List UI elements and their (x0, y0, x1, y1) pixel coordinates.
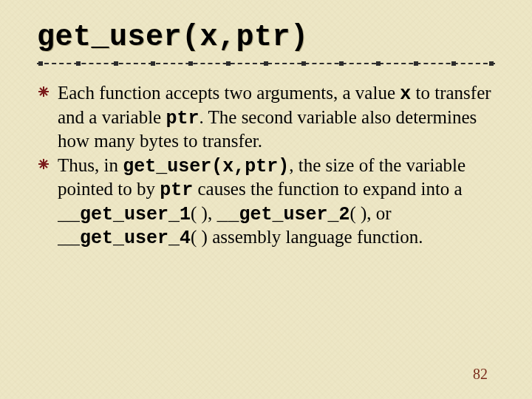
list-item: Each function accepts two arguments, a v… (37, 82, 495, 153)
code-text: __get_user_1 (58, 204, 191, 225)
slide-body: Each function accepts two arguments, a v… (37, 82, 495, 250)
code-text: __get_user_4 (58, 228, 191, 249)
code-text: ptr (166, 108, 199, 129)
asterisk-bullet-icon (38, 86, 49, 97)
code-text: get_user(x,ptr) (123, 156, 289, 177)
list-item: Thus, in get_user(x,ptr), the size of th… (37, 154, 495, 250)
body-text: Thus, in (58, 155, 123, 175)
body-text: ( ), (191, 203, 216, 223)
body-text: causes the function to expand into a (193, 179, 462, 199)
code-text: ptr (160, 180, 193, 201)
code-text: x (400, 83, 411, 105)
asterisk-bullet-icon (38, 159, 49, 169)
slide-title: get_user(x,ptr) (37, 21, 495, 54)
code-text: __get_user_2 (216, 204, 349, 225)
body-text: Each function accepts two arguments, a v… (58, 83, 400, 103)
body-text: ( ) assembly language function. (191, 227, 423, 247)
page-number: 82 (473, 366, 488, 383)
title-divider (37, 58, 495, 69)
body-text: ( ), or (349, 203, 391, 223)
